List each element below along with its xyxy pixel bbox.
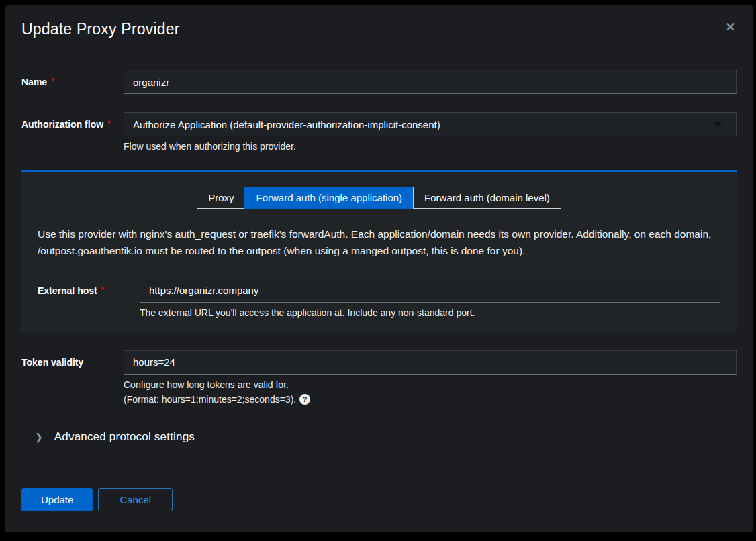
authorization-flow-label: Authorization flow*: [21, 112, 124, 152]
name-input[interactable]: [124, 70, 737, 94]
required-asterisk: *: [101, 285, 105, 295]
external-host-label: External host*: [38, 279, 140, 318]
authorization-flow-field-row: Authorization flow* Authorize Applicatio…: [21, 112, 737, 152]
question-circle-icon[interactable]: ?: [299, 394, 310, 405]
external-host-help: The external URL you'll access the appli…: [140, 307, 720, 318]
token-validity-help: Configure how long tokens are valid for.: [124, 379, 737, 390]
tab-forward-auth-domain-level[interactable]: Forward auth (domain level): [413, 187, 561, 209]
tab-forward-auth-single-application[interactable]: Forward auth (single application): [244, 187, 414, 209]
external-host-input[interactable]: [140, 279, 720, 303]
external-host-label-text: External host: [38, 285, 97, 296]
token-validity-label: Token validity: [21, 350, 124, 405]
mode-description: Use this provider with nginx's auth_requ…: [38, 226, 716, 260]
required-asterisk: *: [51, 77, 54, 86]
name-label-text: Name: [21, 77, 47, 87]
modal-title: Update Proxy Provider: [21, 20, 737, 38]
token-validity-field-row: Token validity Configure how long tokens…: [21, 350, 737, 405]
token-validity-label-text: Token validity: [21, 357, 83, 368]
external-host-field-row: External host* The external URL you'll a…: [38, 279, 720, 318]
update-button[interactable]: Update: [21, 488, 93, 511]
modal-footer: Update Cancel: [5, 444, 753, 511]
token-validity-format-text: (Format: hours=1;minutes=2;seconds=3).: [124, 394, 296, 405]
authorization-flow-label-text: Authorization flow: [21, 119, 103, 130]
chevron-right-icon: ❯: [35, 432, 43, 442]
token-validity-input[interactable]: [124, 350, 737, 375]
tab-proxy[interactable]: Proxy: [197, 187, 245, 209]
proxy-mode-card: Proxy Forward auth (single application) …: [21, 170, 737, 333]
modal-body: Name* Authorization flow* Authorize Appl…: [5, 70, 753, 444]
authorization-flow-select[interactable]: Authorize Application (default-provider-…: [124, 112, 737, 136]
update-proxy-provider-modal: Update Proxy Provider ✕ Name* Authorizat…: [5, 5, 753, 532]
advanced-protocol-settings-label: Advanced protocol settings: [54, 430, 195, 444]
advanced-protocol-settings-toggle[interactable]: ❯ Advanced protocol settings: [35, 430, 737, 444]
authorization-flow-selected-value: Authorize Application (default-provider-…: [133, 119, 440, 130]
chevron-down-icon: [714, 122, 722, 127]
proxy-mode-tabs: Proxy Forward auth (single application) …: [38, 187, 720, 209]
close-icon[interactable]: ✕: [726, 21, 735, 33]
cancel-button[interactable]: Cancel: [98, 488, 173, 511]
token-validity-format-help: (Format: hours=1;minutes=2;seconds=3). ?: [124, 394, 737, 405]
name-field-row: Name*: [21, 70, 737, 94]
authorization-flow-help: Flow used when authorizing this provider…: [124, 141, 737, 152]
modal-header: Update Proxy Provider ✕: [5, 5, 753, 38]
required-asterisk: *: [107, 119, 111, 128]
name-label: Name*: [21, 70, 124, 94]
